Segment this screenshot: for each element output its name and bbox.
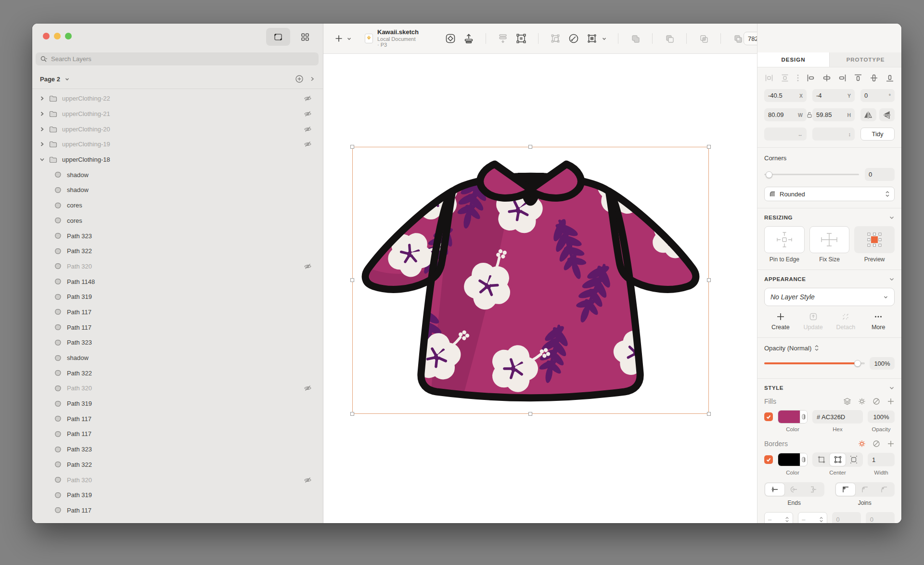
distribute-horizontally-icon[interactable]	[764, 73, 774, 83]
insert-button[interactable]	[334, 34, 344, 43]
mask-chevron-icon[interactable]	[602, 36, 607, 41]
layer-row[interactable]: cores	[32, 198, 323, 213]
close-window-button[interactable]	[43, 33, 50, 39]
smart-distribute-icon[interactable]	[497, 33, 509, 44]
align-left-icon[interactable]	[806, 73, 816, 83]
distribute-vertically-icon[interactable]	[780, 73, 790, 83]
ungroup-icon[interactable]	[550, 33, 561, 44]
x-position-field[interactable]: -40.5X	[764, 89, 807, 102]
layer-row[interactable]: Path 320	[32, 472, 323, 488]
document-title-block[interactable]: Kawaii.sketch Local Document · P3	[364, 29, 419, 48]
layer-row[interactable]: shadow	[32, 167, 323, 182]
more-styles-button[interactable]: More	[862, 312, 895, 331]
pin-to-edge-button[interactable]	[764, 226, 805, 253]
opacity-slider[interactable]	[764, 362, 865, 364]
fill-presets-icon[interactable]	[843, 397, 851, 405]
border-settings-gear-icon[interactable]	[858, 440, 866, 448]
arrow-start-stepper[interactable]: –	[764, 512, 793, 523]
join-bevel-button[interactable]	[874, 483, 894, 496]
end-round-button[interactable]	[784, 483, 804, 496]
layer-row[interactable]: Path 117	[32, 305, 323, 320]
y-position-field[interactable]: -4Y	[812, 89, 855, 102]
dash-field[interactable]: 0	[832, 512, 861, 523]
more-alignment-icon[interactable]	[796, 73, 800, 83]
canvas-view-toggle[interactable]	[266, 28, 290, 46]
eye-hidden-icon[interactable]	[304, 141, 312, 148]
fill-enabled-checkbox[interactable]	[764, 412, 773, 421]
end-square-button[interactable]	[804, 483, 823, 496]
align-center-horizontal-icon[interactable]	[822, 73, 832, 83]
fill-hex-field[interactable]: # AC326D	[812, 410, 863, 424]
border-center-button[interactable]	[830, 453, 846, 466]
corner-style-dropdown[interactable]: Rounded	[764, 187, 895, 201]
difference-icon[interactable]	[732, 33, 744, 44]
eye-hidden-icon[interactable]	[304, 263, 312, 270]
lock-ratio-icon[interactable]	[807, 111, 812, 118]
opacity-value[interactable]: 100%	[870, 357, 895, 370]
layer-row[interactable]: Path 323	[32, 228, 323, 244]
collapse-resizing-icon[interactable]	[889, 215, 895, 220]
upload-icon[interactable]	[463, 33, 475, 44]
layer-row[interactable]: Path 320	[32, 381, 323, 396]
chevron-down-icon[interactable]	[39, 157, 45, 162]
union-icon[interactable]	[629, 33, 641, 44]
add-fill-icon[interactable]	[887, 398, 895, 405]
flip-horizontal-button[interactable]	[860, 108, 876, 121]
search-input[interactable]	[51, 55, 314, 63]
selection-handle-e[interactable]	[707, 278, 711, 282]
layer-group-row[interactable]: upperClothing-20	[32, 121, 323, 137]
align-middle-vertical-icon[interactable]	[869, 73, 879, 83]
chevron-right-icon[interactable]	[39, 111, 45, 116]
canvas[interactable]	[323, 54, 757, 523]
add-border-icon[interactable]	[887, 440, 895, 448]
join-round-button[interactable]	[855, 483, 874, 496]
layer-row[interactable]: shadow	[32, 182, 323, 198]
collapse-appearance-icon[interactable]	[889, 276, 895, 282]
align-bottom-icon[interactable]	[885, 73, 895, 83]
layer-group-row[interactable]: upperClothing-19	[32, 137, 323, 152]
subtract-icon[interactable]	[664, 33, 675, 44]
no-border-icon[interactable]	[873, 440, 880, 448]
selection-handle-n[interactable]	[528, 145, 532, 149]
horizontal-spacing-field[interactable]: ↔	[764, 128, 807, 141]
eye-hidden-icon[interactable]	[304, 476, 312, 484]
border-inside-button[interactable]	[813, 453, 830, 466]
color-variable-icon[interactable]	[800, 453, 807, 466]
expand-pages-button[interactable]	[309, 76, 315, 82]
fill-color-swatch[interactable]	[778, 410, 808, 424]
layer-row[interactable]: cores	[32, 213, 323, 229]
color-variable-icon[interactable]	[800, 411, 807, 423]
align-right-icon[interactable]	[837, 73, 847, 83]
join-miter-button[interactable]	[836, 483, 855, 496]
layer-group-row[interactable]: upperClothing-21	[32, 106, 323, 122]
arrow-end-stepper[interactable]: –	[798, 512, 827, 523]
layer-row[interactable]: Path 117	[32, 426, 323, 442]
selection-handle-ne[interactable]	[707, 145, 711, 149]
eye-hidden-icon[interactable]	[304, 385, 312, 392]
layer-row[interactable]: Path 322	[32, 457, 323, 473]
layer-row[interactable]: Path 117	[32, 320, 323, 335]
tab-design[interactable]: DESIGN	[757, 52, 829, 67]
selection-handle-nw[interactable]	[350, 145, 354, 149]
chevron-right-icon[interactable]	[39, 141, 45, 147]
layer-row[interactable]: Path 319	[32, 289, 323, 305]
no-fill-icon[interactable]	[873, 398, 880, 405]
layer-search[interactable]	[36, 52, 319, 65]
edit-icon[interactable]	[568, 33, 579, 44]
flip-vertical-button[interactable]	[879, 108, 895, 121]
update-style-button[interactable]: Update	[797, 312, 830, 331]
vertical-spacing-field[interactable]: ↕	[812, 128, 855, 141]
end-butt-button[interactable]	[765, 483, 784, 496]
border-outside-button[interactable]	[846, 453, 862, 466]
transform-icon[interactable]	[515, 33, 527, 44]
fill-settings-gear-icon[interactable]	[858, 398, 866, 405]
insert-chevron-icon[interactable]	[346, 36, 352, 41]
layer-group-row[interactable]: upperClothing-22	[32, 91, 323, 106]
width-field[interactable]: 80.09W	[764, 108, 807, 121]
selection-handle-se[interactable]	[707, 412, 711, 416]
layer-row[interactable]: Path 319	[32, 488, 323, 503]
layer-row[interactable]: Path 320	[32, 259, 323, 274]
minimize-window-button[interactable]	[54, 33, 61, 39]
layer-row[interactable]: shadow	[32, 350, 323, 366]
corner-radius-field[interactable]: 0	[865, 168, 895, 181]
